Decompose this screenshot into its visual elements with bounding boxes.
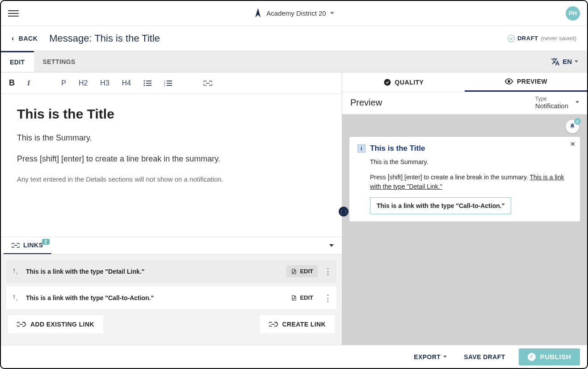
preview-subheader: Preview Type Notification [342, 92, 587, 115]
edit-icon [291, 295, 297, 301]
links-body: ↑↓ This is a link with the type "Detail … [1, 254, 342, 345]
link-add-icon: + [17, 322, 26, 327]
back-button[interactable]: ‹ BACK [12, 34, 38, 42]
svg-text:+: + [24, 322, 26, 325]
svg-point-15 [508, 80, 510, 83]
tab-preview[interactable]: PREVIEW [465, 72, 587, 92]
pane-resize-handle[interactable]: ⋮⋮ [339, 207, 349, 216]
footer: EXPORT SAVE DRAFT ✓ PUBLISH [1, 345, 587, 368]
edit-icon [291, 268, 297, 275]
chevron-down-icon [331, 12, 334, 14]
draft-label: DRAFT [517, 35, 538, 42]
avatar[interactable]: PH [566, 6, 580, 21]
chevron-left-icon: ‹ [12, 34, 14, 42]
draft-icon [508, 35, 515, 42]
eye-icon [504, 78, 513, 85]
link-row: ↑↓ This is a link with the type "Detail … [6, 260, 336, 283]
type-value: Notification [535, 102, 568, 110]
svg-point-14 [384, 79, 391, 85]
create-link-button[interactable]: + CREATE LINK [260, 315, 335, 333]
editor-summary-line2[interactable]: Press [shift] [enter] to create a line b… [17, 153, 326, 165]
lang-label: EN [563, 58, 572, 65]
notification-card: ✕ i This is the Title This is the Summar… [349, 137, 580, 221]
links-label: LINKS 2 [23, 242, 43, 249]
org-selector[interactable]: Academy District 20 [254, 8, 334, 19]
subheader: ‹ BACK Message: This is the Title DRAFT … [1, 26, 587, 51]
link-menu-icon[interactable]: ⋮ [324, 293, 332, 303]
svg-point-4 [144, 85, 145, 86]
notification-cta-button[interactable]: This is a link with the type "Call-to-Ac… [370, 197, 511, 214]
link-icon [12, 243, 20, 248]
editor-pane: B I P H2 H3 H4 123 This is the Title Thi… [1, 72, 342, 345]
draft-saved-text: (never saved) [541, 35, 576, 42]
link-button[interactable] [203, 81, 212, 86]
editor-toolbar: B I P H2 H3 H4 123 [1, 72, 342, 94]
save-draft-button[interactable]: SAVE DRAFT [460, 349, 508, 365]
reorder-icon[interactable]: ↑↓ [11, 267, 20, 276]
close-icon[interactable]: ✕ [570, 140, 575, 148]
numbered-list-button[interactable]: 123 [164, 80, 172, 86]
italic-button[interactable]: I [27, 79, 30, 87]
menu-icon[interactable] [8, 8, 19, 19]
tab-quality[interactable]: QUALITY [342, 72, 465, 92]
tab-edit[interactable]: EDIT [1, 51, 34, 72]
back-label: BACK [19, 35, 38, 42]
notification-body: Press [shift] [enter] to create a line b… [357, 173, 572, 191]
bulleted-list-button[interactable] [143, 80, 151, 86]
collapse-links-icon[interactable] [329, 244, 334, 247]
svg-text:3: 3 [164, 84, 165, 86]
editor-hint[interactable]: Any text entered in the Details sections… [17, 174, 326, 184]
svg-rect-11 [167, 85, 172, 86]
language-selector[interactable]: EN [546, 51, 584, 72]
translate-icon [551, 57, 560, 66]
link-row: ↑↓ This is a link with the type "Call-to… [6, 286, 336, 309]
tab-settings[interactable]: SETTINGS [34, 51, 84, 72]
link-text: This is a link with the type "Detail Lin… [26, 268, 280, 275]
page-title: Message: This is the Title [49, 33, 160, 44]
svg-point-0 [144, 80, 145, 81]
compass-logo-icon [254, 8, 262, 19]
svg-rect-1 [146, 81, 151, 81]
svg-rect-5 [146, 85, 151, 86]
main-area: ⋮⋮ B I P H2 H3 H4 123 This is the Title … [1, 72, 587, 345]
add-existing-link-button[interactable]: + ADD EXISTING LINK [8, 315, 103, 333]
bold-button[interactable]: B [9, 78, 15, 88]
svg-rect-9 [167, 83, 172, 84]
preview-type-selector[interactable]: Type Notification [535, 96, 579, 110]
reorder-icon[interactable]: ↑↓ [11, 293, 20, 302]
svg-rect-7 [167, 81, 172, 81]
paragraph-button[interactable]: P [61, 79, 66, 87]
org-name: Academy District 20 [266, 9, 326, 17]
preview-heading: Preview [350, 98, 382, 108]
preview-pane: QUALITY PREVIEW Preview Type Notificatio… [342, 72, 587, 345]
export-button[interactable]: EXPORT [410, 349, 450, 365]
svg-point-2 [144, 82, 145, 84]
info-icon: i [357, 144, 365, 153]
notification-summary: This is the Summary. [357, 157, 572, 166]
links-tab[interactable]: LINKS 2 [4, 237, 51, 254]
check-circle-icon [383, 78, 391, 86]
link-text: This is a link with the type "Call-to-Ac… [26, 294, 280, 301]
edit-link-button[interactable]: EDIT [286, 292, 318, 304]
svg-rect-3 [146, 83, 151, 84]
h3-button[interactable]: H3 [100, 79, 109, 87]
editor-title[interactable]: This is the Title [17, 106, 326, 122]
bell-count: 0 [574, 118, 581, 125]
notification-title: This is the Title [370, 144, 425, 153]
edit-link-button[interactable]: EDIT [286, 265, 318, 277]
check-icon: ✓ [528, 353, 536, 361]
chevron-down-icon [575, 101, 579, 103]
type-label: Type [535, 96, 547, 102]
notification-bell[interactable]: 0 [566, 120, 579, 133]
editor-summary-line1[interactable]: This is the Summary. [17, 132, 326, 144]
editor-body[interactable]: This is the Title This is the Summary. P… [1, 94, 342, 237]
h2-button[interactable]: H2 [79, 79, 88, 87]
h4-button[interactable]: H4 [122, 79, 131, 87]
publish-button[interactable]: ✓ PUBLISH [519, 348, 580, 365]
chevron-down-icon [575, 60, 578, 63]
draft-status: DRAFT (never saved) [508, 35, 576, 42]
chevron-down-icon [443, 356, 447, 358]
preview-canvas: 0 ✕ i This is the Title This is the Summ… [342, 115, 587, 345]
link-menu-icon[interactable]: ⋮ [324, 267, 332, 276]
bell-icon [569, 123, 575, 130]
